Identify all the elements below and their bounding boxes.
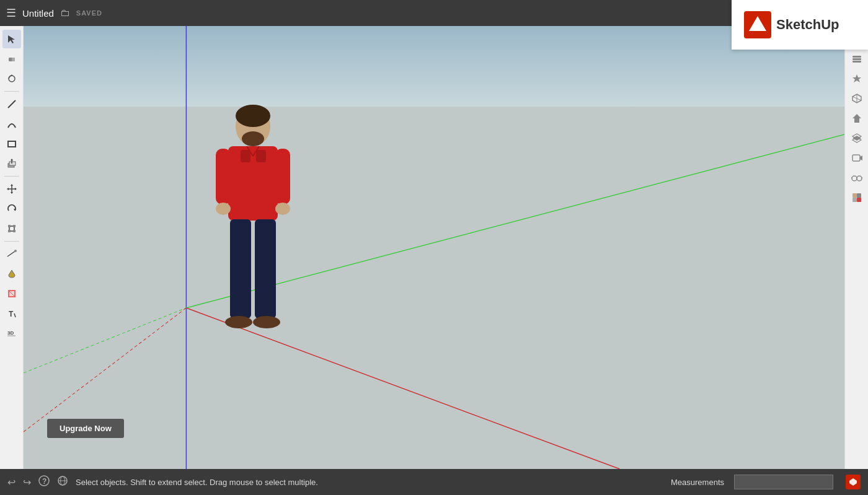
svg-marker-14 [11,192,13,194]
svg-rect-21 [8,230,11,232]
svg-marker-62 [852,114,861,123]
tool-orbit[interactable] [2,69,21,88]
svg-rect-73 [857,198,861,202]
right-tool-tags[interactable] [848,50,866,68]
sketchup-logo-icon [744,11,771,38]
svg-marker-79 [849,478,857,486]
svg-rect-22 [13,230,16,232]
tool-line[interactable] [2,95,21,113]
svg-marker-0 [8,35,15,43]
tool-scale[interactable] [2,219,21,238]
svg-rect-8 [9,162,16,165]
right-tool-layers[interactable] [848,129,866,147]
svg-rect-71 [857,193,861,198]
measurements-label: Measurements [671,478,724,487]
tool-paint-bucket[interactable] [2,265,21,283]
tool-move[interactable] [2,180,21,198]
svg-line-29 [14,313,16,317]
tool-arc[interactable] [2,115,21,133]
svg-point-65 [852,176,857,181]
svg-rect-72 [852,198,857,202]
right-tool-video[interactable] [848,149,866,167]
svg-rect-6 [8,141,16,147]
upgrade-now-button[interactable]: Upgrade Now [47,419,124,438]
svg-marker-16 [15,188,17,190]
measurements-input[interactable] [734,475,833,489]
toolbar-separator-1 [4,91,19,92]
svg-rect-63 [852,155,860,161]
svg-rect-70 [852,193,857,198]
logo-area: SketchUp [732,0,868,50]
tool-select[interactable] [2,30,21,48]
tool-section[interactable] [2,284,21,303]
viewport[interactable]: Upgrade Now [24,26,844,469]
svg-rect-57 [852,61,861,63]
help-button[interactable]: ? [38,475,50,489]
svg-point-66 [857,176,862,181]
sketchup-logo-text: SketchUp [776,17,839,33]
right-tool-glasses[interactable] [848,169,866,187]
file-icon: 🗀 [60,7,70,19]
tool-rectangle[interactable] [2,134,21,153]
svg-line-5 [8,100,16,108]
tool-eraser[interactable] [2,50,21,68]
sketchup-logo-small [846,475,861,489]
left-toolbar: T 3D [0,26,24,469]
svg-text:3D: 3D [7,330,14,336]
svg-marker-13 [11,184,13,186]
right-panel [844,26,868,469]
tool-rotate[interactable] [2,199,21,218]
svg-marker-15 [7,188,9,190]
svg-text:?: ? [42,477,46,486]
right-tool-materials[interactable] [848,188,866,207]
svg-rect-56 [852,58,861,60]
svg-marker-10 [11,159,13,160]
undo-button[interactable]: ↩ [7,476,16,488]
top-bar: ☰ Untitled 🗀 SAVED SketchUp [0,0,868,26]
svg-rect-20 [13,225,16,227]
tool-text[interactable]: T [2,304,21,323]
svg-line-23 [7,251,16,256]
right-tool-house[interactable] [848,109,866,128]
document-title: Untitled [22,8,54,19]
svg-rect-2 [12,58,15,61]
status-text: Select objects. Shift to extend select. … [76,478,663,487]
saved-badge: SAVED [76,9,102,17]
redo-button[interactable]: ↪ [23,476,31,488]
ground-plane [24,107,844,469]
toolbar-separator-3 [4,241,19,242]
tool-push-pull[interactable] [2,154,21,173]
tool-3d-text[interactable]: 3D [2,324,21,343]
toolbar-separator-2 [4,176,19,177]
svg-text:T: T [9,310,14,318]
sky-background [24,26,844,107]
svg-marker-58 [852,74,861,82]
tool-tape-measure[interactable] [2,245,21,263]
right-tool-shadow[interactable] [848,69,866,88]
bottom-bar: ↩ ↪ ? Select objects. Shift to extend se… [0,469,868,495]
main-content: T 3D [0,26,868,469]
menu-icon[interactable]: ☰ [6,6,16,20]
svg-point-24 [14,250,17,252]
svg-rect-19 [8,225,11,227]
svg-rect-55 [852,56,861,58]
globe-button[interactable] [57,475,68,489]
right-tool-model[interactable] [848,89,866,108]
